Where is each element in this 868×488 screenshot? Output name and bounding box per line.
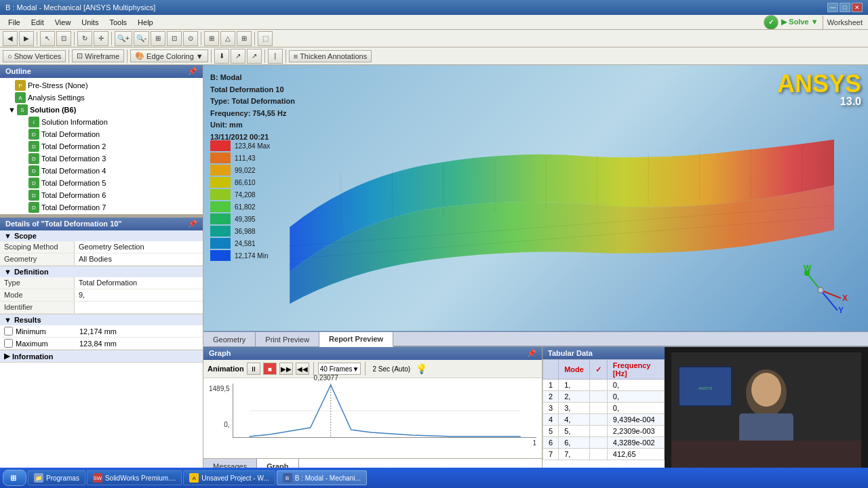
show-vertices-label: Show Vertices [14, 52, 62, 60]
table-row: 3 3, 0, [543, 403, 665, 414]
mode-label: Mode [0, 289, 75, 301]
scope-section: ▼ Scope Scoping Method Geometry Selectio… [0, 230, 203, 266]
tree-label-total-def7: Total Deformation 7 [41, 203, 106, 211]
close-button[interactable]: ✕ [852, 3, 863, 12]
wireframe-button[interactable]: ⊡ Wireframe [72, 49, 124, 62]
menu-units[interactable]: Units [76, 17, 104, 28]
total-def5-icon: D [28, 178, 39, 188]
anim-back-button[interactable]: ◀◀ [296, 363, 309, 375]
information-label: Information [12, 352, 54, 361]
sep3 [111, 32, 112, 45]
legend-color-5 [210, 189, 231, 200]
col-header-mode: Mode [559, 360, 590, 380]
geometry-row: Geometry All Bodies [0, 253, 203, 266]
solve-button[interactable]: ✓ [764, 15, 778, 30]
anim-pause-button[interactable]: ⏸ [247, 363, 260, 375]
menu-help[interactable]: Help [132, 17, 159, 28]
legend-color-4 [210, 177, 231, 188]
menu-tools[interactable]: Tools [104, 17, 132, 28]
col-header-row [543, 360, 559, 380]
arrow-btn3[interactable]: ↗ [247, 49, 262, 64]
display-button[interactable]: ⬚ [258, 31, 273, 46]
definition-header[interactable]: ▼ Definition [0, 266, 203, 277]
arrow-btn2[interactable]: ↗ [231, 49, 245, 64]
zoom-box-button[interactable]: ⊡ [167, 31, 182, 46]
legend-value-6: 61,802 [235, 203, 256, 211]
menu-file[interactable]: File [3, 17, 26, 28]
graph-x-label: 0,23077 [314, 374, 338, 382]
tree-item-total-def3[interactable]: D Total Deformation 3 [1, 152, 201, 165]
zoom-fit-button[interactable]: ⊞ [151, 31, 165, 46]
taskbar-ansys-project[interactable]: A Unsaved Project - W... [183, 470, 275, 485]
zoom-in-button[interactable]: 🔍+ [115, 31, 132, 46]
rotate-button[interactable]: ↻ [77, 31, 92, 46]
frames-select[interactable]: 40 Frames ▼ [318, 363, 361, 375]
mesh-button[interactable]: ⊞ [204, 31, 219, 46]
mode-5: 5, [559, 426, 590, 437]
outline-pin[interactable]: 📌 [188, 67, 197, 76]
back-button[interactable]: ◀ [3, 31, 18, 46]
view-button[interactable]: ⊞ [237, 31, 252, 46]
window-controls: — □ ✕ [827, 3, 863, 12]
zoom-select-button[interactable]: ⊙ [183, 31, 198, 46]
taskbar-solidworks[interactable]: SW SolidWorks Premium.... [87, 470, 182, 485]
analysis-icon: A [15, 92, 26, 103]
model-viewport[interactable] [258, 99, 834, 304]
pan-button[interactable]: ✛ [94, 31, 108, 46]
tree-item-total-def7[interactable]: D Total Deformation 7 [1, 201, 201, 214]
taskbar-modal[interactable]: B B : Modal - Mechani... [277, 470, 367, 485]
tree-item-analysis[interactable]: A Analysis Settings [1, 92, 201, 104]
tab-print-preview[interactable]: Print Preview [256, 332, 319, 346]
svg-point-16 [751, 373, 781, 407]
row-num-2: 2 [543, 391, 559, 403]
edge-coloring-button[interactable]: 🎨 Edge Coloring ▼ [130, 49, 208, 62]
window-title: B : Modal - Mechanical [ANSYS Multiphysi… [5, 3, 155, 12]
tree-item-solution[interactable]: ▼ S Solution (B6) [1, 104, 201, 116]
split-area: Graph 📌 Animation ⏸ ■ ▶▶ ◀◀ 40 Frames ▼ [203, 347, 868, 473]
menu-view[interactable]: View [50, 17, 77, 28]
arrow-btn1[interactable]: ⬇ [214, 49, 229, 64]
tree-item-total-def[interactable]: D Total Deformation [1, 128, 201, 140]
tree-item-total-def6[interactable]: D Total Deformation 6 [1, 189, 201, 201]
scope-header[interactable]: ▼ Scope [0, 230, 203, 241]
tab-geometry[interactable]: Geometry [203, 332, 256, 346]
show-vertices-button[interactable]: ○ Show Vertices [3, 50, 66, 62]
menu-edit[interactable]: Edit [26, 17, 50, 28]
information-header[interactable]: ▶ Information [0, 350, 203, 362]
select-button[interactable]: ↖ [40, 31, 55, 46]
anim-stop-button[interactable]: ■ [263, 363, 277, 375]
graph-pin[interactable]: 📌 [527, 349, 536, 358]
toolbar2: ○ Show Vertices ⊡ Wireframe 🎨 Edge Color… [0, 47, 868, 65]
section-button[interactable]: △ [220, 31, 235, 46]
results-header[interactable]: ▼ Results [0, 314, 203, 325]
type-row: Type Total Deformation [0, 277, 203, 289]
identifier-value [75, 302, 203, 313]
details-pin[interactable]: 📌 [188, 220, 197, 228]
maximize-button[interactable]: □ [840, 3, 850, 12]
scoping-method-label: Scoping Method [0, 241, 75, 253]
thicken-annotations-button[interactable]: ≡ Thicken Annotations [289, 50, 372, 62]
tab-report-preview[interactable]: Report Preview [319, 332, 393, 347]
box-select[interactable]: ⊡ [56, 31, 71, 46]
minimize-button[interactable]: — [827, 3, 838, 12]
taskbar-programas[interactable]: 📁 Programas [28, 470, 85, 485]
maximum-checkbox[interactable] [4, 339, 13, 348]
tree-item-total-def5[interactable]: D Total Deformation 5 [1, 177, 201, 189]
start-button[interactable]: ⊞ [3, 470, 26, 486]
details-panel: Details of "Total Deformation 10" 📌 ▼ Sc… [0, 217, 203, 473]
tree-item-total-def2[interactable]: D Total Deformation 2 [1, 140, 201, 152]
minimum-checkbox[interactable] [4, 327, 13, 336]
tree-item-prestress[interactable]: P Pre-Stress (None) [1, 79, 201, 92]
vertical-sep-btn[interactable]: | [268, 49, 283, 64]
forward-button[interactable]: ▶ [19, 31, 34, 46]
tree-item-total-def4[interactable]: D Total Deformation 4 [1, 165, 201, 177]
legend-value-4: 86,610 [235, 179, 256, 186]
mode-7: 7, [559, 449, 590, 460]
viewport[interactable]: B: Modal Total Deformation 10 Type: Tota… [203, 65, 868, 331]
row-num-1: 1 [543, 380, 559, 391]
anim-forward-button[interactable]: ▶▶ [279, 363, 293, 375]
tree-item-sol-info[interactable]: i Solution Information [1, 116, 201, 128]
geometry-value: All Bodies [75, 253, 203, 265]
tree-label-prestress: Pre-Stress (None) [28, 81, 88, 89]
zoom-out-button[interactable]: 🔍- [134, 31, 149, 46]
